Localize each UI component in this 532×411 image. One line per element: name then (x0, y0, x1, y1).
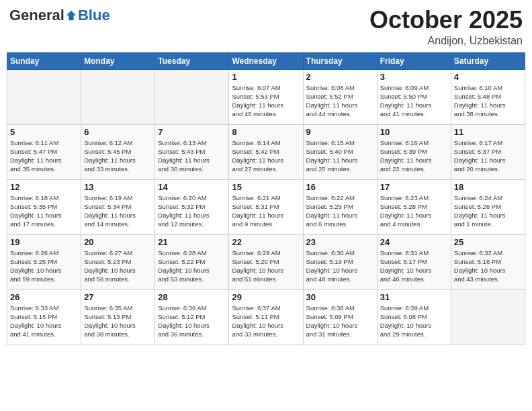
day-number: 26 (10, 292, 78, 302)
day-info: Sunrise: 6:08 AM Sunset: 5:52 PM Dayligh… (306, 83, 374, 119)
calendar-cell: 24Sunrise: 6:31 AM Sunset: 5:17 PM Dayli… (377, 234, 451, 289)
day-info: Sunrise: 6:22 AM Sunset: 5:29 PM Dayligh… (306, 193, 374, 229)
day-info: Sunrise: 6:10 AM Sunset: 5:48 PM Dayligh… (454, 83, 522, 119)
day-info: Sunrise: 6:23 AM Sunset: 5:28 PM Dayligh… (380, 193, 448, 229)
calendar-cell: 13Sunrise: 6:19 AM Sunset: 5:34 PM Dayli… (81, 179, 155, 234)
weekday-header-tuesday: Tuesday (155, 52, 229, 69)
calendar-cell: 16Sunrise: 6:22 AM Sunset: 5:29 PM Dayli… (303, 179, 377, 234)
day-info: Sunrise: 6:14 AM Sunset: 5:42 PM Dayligh… (232, 138, 300, 174)
calendar-cell: 23Sunrise: 6:30 AM Sunset: 5:19 PM Dayli… (303, 234, 377, 289)
calendar-cell: 19Sunrise: 6:26 AM Sunset: 5:25 PM Dayli… (7, 234, 81, 289)
day-number: 29 (232, 292, 300, 302)
calendar-cell: 21Sunrise: 6:28 AM Sunset: 5:22 PM Dayli… (155, 234, 229, 289)
day-number: 6 (84, 127, 152, 137)
day-number: 14 (158, 182, 226, 192)
calendar-cell: 31Sunrise: 6:39 AM Sunset: 5:08 PM Dayli… (377, 289, 451, 345)
calendar-cell: 10Sunrise: 6:16 AM Sunset: 5:39 PM Dayli… (377, 124, 451, 179)
calendar-cell: 9Sunrise: 6:15 AM Sunset: 5:40 PM Daylig… (303, 124, 377, 179)
day-number: 15 (232, 182, 300, 192)
day-info: Sunrise: 6:17 AM Sunset: 5:37 PM Dayligh… (454, 138, 522, 174)
day-number: 25 (454, 237, 522, 247)
day-number: 24 (380, 237, 448, 247)
calendar-cell: 5Sunrise: 6:11 AM Sunset: 5:47 PM Daylig… (7, 124, 81, 179)
calendar-cell: 20Sunrise: 6:27 AM Sunset: 5:23 PM Dayli… (81, 234, 155, 289)
day-info: Sunrise: 6:13 AM Sunset: 5:43 PM Dayligh… (158, 138, 226, 174)
calendar-cell: 11Sunrise: 6:17 AM Sunset: 5:37 PM Dayli… (451, 124, 525, 179)
day-info: Sunrise: 6:31 AM Sunset: 5:17 PM Dayligh… (380, 248, 448, 284)
calendar-cell: 12Sunrise: 6:18 AM Sunset: 5:35 PM Dayli… (7, 179, 81, 234)
calendar-cell: 8Sunrise: 6:14 AM Sunset: 5:42 PM Daylig… (229, 124, 303, 179)
day-info: Sunrise: 6:35 AM Sunset: 5:13 PM Dayligh… (84, 304, 152, 339)
calendar-cell: 25Sunrise: 6:32 AM Sunset: 5:16 PM Dayli… (451, 234, 525, 289)
day-number: 22 (232, 237, 300, 247)
day-info: Sunrise: 6:07 AM Sunset: 5:53 PM Dayligh… (232, 83, 300, 119)
calendar-cell: 6Sunrise: 6:12 AM Sunset: 5:45 PM Daylig… (81, 124, 155, 179)
day-info: Sunrise: 6:15 AM Sunset: 5:40 PM Dayligh… (306, 138, 374, 174)
day-number: 17 (380, 182, 448, 192)
day-number: 3 (380, 72, 448, 82)
logo-icon (65, 9, 77, 21)
day-number: 30 (306, 292, 374, 302)
day-info: Sunrise: 6:20 AM Sunset: 5:32 PM Dayligh… (158, 193, 226, 229)
calendar-cell (7, 69, 81, 124)
day-number: 9 (306, 127, 374, 137)
day-number: 16 (306, 182, 374, 192)
day-number: 28 (158, 292, 226, 302)
calendar-cell: 15Sunrise: 6:21 AM Sunset: 5:31 PM Dayli… (229, 179, 303, 234)
day-number: 18 (454, 182, 522, 192)
day-info: Sunrise: 6:18 AM Sunset: 5:35 PM Dayligh… (10, 193, 78, 229)
weekday-header-wednesday: Wednesday (229, 52, 303, 69)
weekday-header-monday: Monday (81, 52, 155, 69)
month-title: October 2025 (369, 7, 523, 34)
weekday-header-saturday: Saturday (451, 52, 525, 69)
day-info: Sunrise: 6:11 AM Sunset: 5:47 PM Dayligh… (10, 138, 78, 174)
day-info: Sunrise: 6:29 AM Sunset: 5:20 PM Dayligh… (232, 248, 300, 284)
calendar-week-5: 26Sunrise: 6:33 AM Sunset: 5:15 PM Dayli… (7, 289, 525, 345)
calendar-week-1: 1Sunrise: 6:07 AM Sunset: 5:53 PM Daylig… (7, 69, 525, 124)
day-number: 20 (84, 237, 152, 247)
svg-marker-0 (66, 11, 76, 20)
logo: General Blue (9, 7, 110, 24)
logo-general-text: General (9, 7, 64, 24)
calendar-cell: 17Sunrise: 6:23 AM Sunset: 5:28 PM Dayli… (377, 179, 451, 234)
calendar-cell: 1Sunrise: 6:07 AM Sunset: 5:53 PM Daylig… (229, 69, 303, 124)
day-number: 19 (10, 237, 78, 247)
calendar-cell: 4Sunrise: 6:10 AM Sunset: 5:48 PM Daylig… (451, 69, 525, 124)
calendar-cell: 29Sunrise: 6:37 AM Sunset: 5:11 PM Dayli… (229, 289, 303, 345)
day-info: Sunrise: 6:32 AM Sunset: 5:16 PM Dayligh… (454, 248, 522, 284)
day-number: 1 (232, 72, 300, 82)
logo-blue-text: Blue (78, 7, 110, 24)
day-info: Sunrise: 6:27 AM Sunset: 5:23 PM Dayligh… (84, 248, 152, 284)
calendar-cell (81, 69, 155, 124)
day-info: Sunrise: 6:16 AM Sunset: 5:39 PM Dayligh… (380, 138, 448, 174)
day-number: 12 (10, 182, 78, 192)
day-number: 23 (306, 237, 374, 247)
day-info: Sunrise: 6:26 AM Sunset: 5:25 PM Dayligh… (10, 248, 78, 284)
day-info: Sunrise: 6:24 AM Sunset: 5:26 PM Dayligh… (454, 193, 522, 229)
day-number: 13 (84, 182, 152, 192)
location-text: Andijon, Uzbekistan (369, 35, 523, 47)
calendar-cell (451, 289, 525, 345)
calendar-week-3: 12Sunrise: 6:18 AM Sunset: 5:35 PM Dayli… (7, 179, 525, 234)
calendar-cell: 30Sunrise: 6:38 AM Sunset: 5:09 PM Dayli… (303, 289, 377, 345)
day-info: Sunrise: 6:38 AM Sunset: 5:09 PM Dayligh… (306, 304, 374, 339)
page-header: General Blue October 2025 Andijon, Uzbek… (7, 7, 525, 47)
day-number: 27 (84, 292, 152, 302)
weekday-header-row: SundayMondayTuesdayWednesdayThursdayFrid… (7, 52, 525, 69)
day-number: 11 (454, 127, 522, 137)
calendar-cell (155, 69, 229, 124)
day-info: Sunrise: 6:30 AM Sunset: 5:19 PM Dayligh… (306, 248, 374, 284)
day-number: 5 (10, 127, 78, 137)
weekday-header-sunday: Sunday (7, 52, 81, 69)
calendar-cell: 7Sunrise: 6:13 AM Sunset: 5:43 PM Daylig… (155, 124, 229, 179)
day-info: Sunrise: 6:39 AM Sunset: 5:08 PM Dayligh… (380, 304, 448, 339)
day-number: 10 (380, 127, 448, 137)
calendar-cell: 28Sunrise: 6:36 AM Sunset: 5:12 PM Dayli… (155, 289, 229, 345)
calendar-cell: 2Sunrise: 6:08 AM Sunset: 5:52 PM Daylig… (303, 69, 377, 124)
title-block: October 2025 Andijon, Uzbekistan (369, 7, 523, 47)
day-info: Sunrise: 6:09 AM Sunset: 5:50 PM Dayligh… (380, 83, 448, 119)
day-number: 4 (454, 72, 522, 82)
day-number: 2 (306, 72, 374, 82)
day-info: Sunrise: 6:36 AM Sunset: 5:12 PM Dayligh… (158, 304, 226, 339)
day-number: 7 (158, 127, 226, 137)
